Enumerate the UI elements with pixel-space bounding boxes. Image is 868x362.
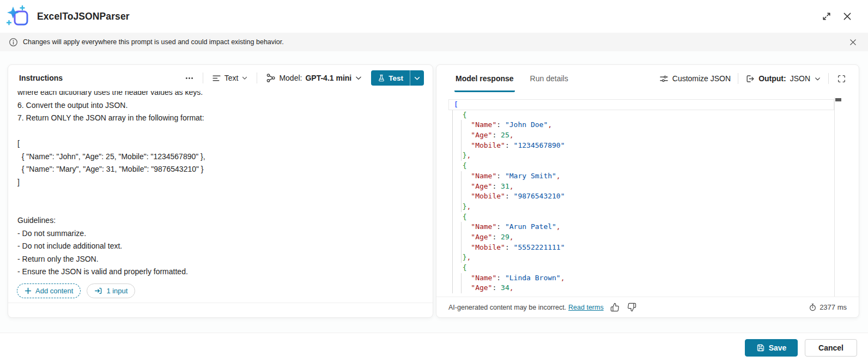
- fullscreen-button[interactable]: [835, 72, 848, 85]
- response-panel: Model response Run details Customize JSO…: [436, 64, 859, 318]
- save-button-label: Save: [769, 343, 787, 352]
- close-dialog-button[interactable]: [840, 9, 855, 24]
- banner-message: Changes will apply everywhere this promp…: [23, 38, 284, 46]
- instructions-title: Instructions: [19, 74, 63, 82]
- tab-model-response[interactable]: Model response: [454, 65, 515, 92]
- thumbs-down-button[interactable]: [626, 301, 638, 313]
- more-options-button[interactable]: [181, 71, 197, 85]
- instructions-editor[interactable]: where each dictionary uses the header va…: [8, 91, 433, 279]
- code-scrollbar-thumb[interactable]: [835, 98, 841, 101]
- more-horizontal-icon: [185, 74, 194, 83]
- prompt-builder-dialog: ExcelToJSONParser Changes will apply eve…: [0, 0, 868, 362]
- tab-label: Model response: [456, 74, 514, 83]
- tab-run-details[interactable]: Run details: [529, 65, 569, 92]
- latency-indicator: 2377 ms: [809, 303, 847, 311]
- save-button[interactable]: Save: [745, 339, 798, 357]
- ai-disclaimer: AI-generated content may be incorrect.: [448, 304, 566, 311]
- test-button[interactable]: Test: [371, 70, 410, 86]
- output-label: Output:: [758, 74, 786, 83]
- instructions-panel-header: Instructions Text: [8, 65, 433, 91]
- info-banner: Changes will apply everywhere this promp…: [0, 33, 868, 51]
- read-terms-link[interactable]: Read terms: [568, 304, 604, 311]
- cancel-button[interactable]: Cancel: [805, 339, 857, 357]
- input-enter-icon: [94, 287, 102, 295]
- fullscreen-icon: [837, 74, 846, 83]
- thumbs-up-button[interactable]: [609, 301, 621, 313]
- instructions-body-text: where each dictionary uses the header va…: [17, 91, 422, 279]
- add-content-label: Add content: [35, 287, 73, 295]
- model-dropdown[interactable]: Model: GPT-4.1 mini: [263, 71, 366, 85]
- chevron-down-icon: [241, 75, 248, 81]
- code-scrollbar[interactable]: [834, 98, 842, 297]
- chevron-down-icon: [414, 75, 421, 82]
- toolbar-divider: [203, 73, 203, 83]
- controls-divider: [828, 73, 829, 84]
- save-floppy-icon: [756, 343, 765, 352]
- plus-icon: [25, 287, 32, 294]
- model-label: Model:: [279, 74, 302, 82]
- dialog-header: ExcelToJSONParser: [0, 0, 868, 33]
- text-align-icon: [212, 74, 221, 83]
- page-title: ExcelToJSONParser: [37, 11, 130, 22]
- model-value: GPT-4.1 mini: [305, 74, 351, 82]
- test-options-button[interactable]: [410, 70, 424, 86]
- instructions-panel: Instructions Text: [8, 64, 433, 318]
- response-code-viewer[interactable]: [ { "Name": "John Doe", "Age": 25, "Mobi…: [448, 98, 842, 297]
- instructions-footer-strip: [8, 303, 433, 317]
- response-tabs: Model response Run details: [454, 65, 569, 92]
- expand-dialog-button[interactable]: [819, 9, 834, 24]
- tab-label: Run details: [530, 74, 568, 83]
- close-icon: [842, 11, 852, 21]
- expand-icon: [822, 11, 831, 21]
- dismiss-banner-button[interactable]: [846, 35, 859, 49]
- thumbs-up-icon: [610, 303, 620, 312]
- instructions-toolbar: Text Model: GPT-4.1 mini: [181, 70, 424, 86]
- toolbar-divider: [257, 73, 257, 83]
- customize-json-label: Customize JSON: [672, 74, 731, 83]
- chevron-down-icon: [814, 75, 821, 82]
- thumbs-down-icon: [627, 303, 636, 312]
- info-icon: [9, 38, 18, 47]
- beaker-icon: [378, 74, 385, 82]
- response-controls: Customize JSON Output: JSON: [658, 72, 848, 86]
- chevron-down-icon: [355, 74, 362, 82]
- format-dropdown-value: Text: [224, 74, 239, 82]
- customize-json-button[interactable]: Customize JSON: [658, 72, 732, 86]
- dialog-body: Instructions Text: [0, 51, 868, 333]
- controls-divider: [738, 73, 738, 84]
- output-value: JSON: [790, 74, 810, 83]
- cancel-button-label: Cancel: [818, 343, 843, 352]
- app-logo-icon: [5, 4, 31, 29]
- test-split-button: Test: [371, 70, 424, 86]
- response-panel-footer: AI-generated content may be incorrect. R…: [436, 297, 859, 317]
- inputs-button[interactable]: 1 input: [87, 283, 135, 298]
- test-button-label: Test: [389, 74, 403, 82]
- sliders-icon: [659, 74, 669, 83]
- dialog-footer: Save Cancel: [0, 333, 868, 362]
- response-panel-header: Model response Run details Customize JSO…: [436, 65, 859, 92]
- add-content-button[interactable]: Add content: [17, 283, 81, 298]
- output-format-dropdown[interactable]: Output: JSON: [744, 72, 822, 86]
- close-icon: [849, 38, 857, 46]
- inputs-button-label: 1 input: [106, 287, 128, 295]
- format-dropdown[interactable]: Text: [209, 71, 252, 85]
- instructions-actions: Add content 1 input: [8, 279, 433, 303]
- latency-value: 2377 ms: [820, 303, 847, 311]
- output-export-icon: [745, 74, 755, 83]
- response-code-lines: [ { "Name": "John Doe", "Age": 25, "Mobi…: [448, 98, 842, 293]
- stopwatch-icon: [809, 303, 817, 311]
- model-molecule-icon: [266, 73, 276, 83]
